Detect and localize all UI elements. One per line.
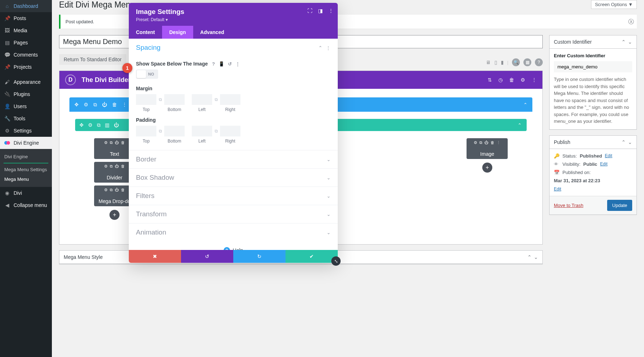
move-icon[interactable]: ✥ — [74, 102, 79, 107]
update-button[interactable]: Update — [607, 200, 632, 211]
device-tablet-icon[interactable]: ▯ — [494, 59, 497, 65]
duplicate-icon[interactable]: ⧉ — [110, 140, 113, 145]
chevron-down-icon[interactable]: ⌄ — [327, 212, 331, 217]
link-icon[interactable]: ⧉ — [156, 126, 164, 136]
device-phone-icon[interactable]: ▮ — [501, 59, 504, 65]
trash-icon[interactable]: 🗑 — [121, 188, 125, 192]
sidebar-item-tools[interactable]: 🔧Tools — [0, 112, 52, 125]
power-icon[interactable]: ⏻ — [114, 122, 119, 128]
chevron-up-icon[interactable]: ⌃ — [527, 254, 532, 260]
submenu-item-current[interactable]: Mega Menu — [0, 174, 52, 184]
chevron-down-icon[interactable]: ⌄ — [628, 139, 632, 145]
tab-content[interactable]: Content — [129, 26, 162, 39]
dismiss-icon[interactable]: ⓧ — [628, 18, 634, 25]
gear-icon[interactable]: ⚙ — [474, 140, 477, 145]
trash-icon[interactable]: 🗑 — [121, 164, 125, 169]
duplicate-icon[interactable]: ⧉ — [479, 140, 482, 145]
sidebar-item-comments[interactable]: 💬Comments — [0, 49, 52, 61]
section-spacing-header[interactable]: Spacing ⌃ ⋮ — [136, 39, 331, 57]
modal-redo-button[interactable]: ↻ — [233, 250, 286, 263]
save-button[interactable]: ✔ — [286, 250, 338, 263]
trash-icon[interactable]: 🗑 — [112, 102, 117, 107]
power-icon[interactable]: ⏻ — [102, 102, 107, 107]
submenu-item[interactable]: Divi Engine — [0, 152, 52, 161]
kebab-icon[interactable]: ⋮ — [235, 61, 240, 67]
add-module-button[interactable]: + — [109, 210, 119, 220]
power-icon[interactable]: ⏻ — [484, 140, 488, 145]
sidebar-item-pages[interactable]: ▤Pages — [0, 37, 52, 49]
zoom-icon[interactable]: 🔍 — [512, 58, 520, 66]
preset-selector[interactable]: Preset: Default ▾ — [136, 17, 331, 22]
move-to-trash-link[interactable]: Move to Trash — [554, 203, 583, 208]
sidebar-item-divi-engine[interactable]: Divi Engine — [0, 137, 52, 149]
kebab-icon[interactable]: ⋮ — [328, 8, 333, 14]
edit-status-link[interactable]: Edit — [605, 153, 613, 158]
chevron-down-icon[interactable]: ⌄ — [327, 175, 331, 180]
clock-icon[interactable]: ◷ — [498, 77, 503, 83]
margin-right-input[interactable] — [220, 94, 240, 105]
padding-right-input[interactable] — [220, 126, 240, 136]
trash-icon[interactable]: 🗑 — [491, 140, 494, 145]
device-phone-icon[interactable]: 📱 — [219, 61, 224, 67]
device-desktop-icon[interactable]: 🖥 — [486, 59, 491, 65]
edit-visibility-link[interactable]: Edit — [600, 161, 608, 167]
submenu-item[interactable]: Mega Menu Settings — [0, 165, 52, 174]
sidebar-item-media[interactable]: 🖼Media — [0, 24, 52, 37]
duplicate-icon[interactable]: ⧉ — [93, 102, 97, 108]
duplicate-icon[interactable]: ⧉ — [110, 188, 113, 192]
margin-left-input[interactable] — [192, 94, 212, 105]
sidebar-item-divi[interactable]: ◉Divi — [0, 187, 52, 199]
help-icon[interactable]: ? — [212, 61, 215, 67]
power-icon[interactable]: ⏻ — [115, 188, 119, 192]
add-module-button[interactable]: + — [482, 163, 492, 173]
section-boxshadow-header[interactable]: Box Shadow⌄ — [136, 169, 331, 187]
modal-undo-button[interactable]: ↺ — [181, 250, 233, 263]
columns-icon[interactable]: ▥ — [105, 122, 109, 128]
section-filters-header[interactable]: Filters⌄ — [136, 187, 331, 205]
show-space-toggle[interactable]: NO — [136, 69, 158, 79]
move-icon[interactable]: ✥ — [79, 122, 84, 128]
power-icon[interactable]: ⏻ — [115, 164, 119, 169]
sort-icon[interactable]: ⇅ — [488, 77, 492, 83]
tab-design[interactable]: Design — [162, 26, 193, 39]
gear-icon[interactable]: ⚙ — [104, 164, 108, 169]
gear-icon[interactable]: ⚙ — [521, 77, 525, 83]
trash-icon[interactable]: 🗑 — [121, 140, 125, 145]
duplicate-icon[interactable]: ⧉ — [97, 122, 101, 128]
link-icon[interactable]: ⧉ — [156, 94, 164, 105]
gear-icon[interactable]: ⚙ — [88, 122, 93, 128]
sidebar-item-settings[interactable]: ⚙Settings — [0, 125, 52, 137]
link-icon[interactable]: ⧉ — [212, 94, 220, 105]
sidebar-item-projects[interactable]: 📌Projects — [0, 61, 52, 73]
modal-header[interactable]: Image Settings Preset: Default ▾ ⛶ ◨ ⋮ — [129, 3, 338, 26]
padding-left-input[interactable] — [192, 126, 212, 136]
chevron-up-icon[interactable]: ⌃ — [318, 45, 322, 50]
edit-date-link[interactable]: Edit — [554, 187, 561, 192]
sidebar-item-users[interactable]: 👤Users — [0, 100, 52, 112]
kebab-icon[interactable]: ⋮ — [532, 77, 537, 83]
sidebar-item-appearance[interactable]: 🖌Appearance — [0, 76, 52, 88]
gear-icon[interactable]: ⚙ — [104, 188, 108, 192]
kebab-icon[interactable]: ⋮ — [497, 140, 501, 145]
sidebar-item-dashboard[interactable]: ⌂Dashboard — [0, 0, 52, 12]
snap-icon[interactable]: ◨ — [318, 8, 323, 14]
cancel-button[interactable]: ✖ — [129, 250, 181, 263]
return-to-standard-editor-button[interactable]: Return To Standard Editor — [59, 54, 126, 65]
sidebar-item-posts[interactable]: 📌Posts — [0, 12, 52, 24]
chevron-down-icon[interactable]: ⌄ — [327, 193, 331, 199]
section-border-header[interactable]: Border⌄ — [136, 150, 331, 168]
module-image[interactable]: ⚙⧉⏻🗑⋮ Image — [467, 138, 508, 159]
chevron-down-icon[interactable]: ⌄ — [534, 254, 538, 260]
kebab-icon[interactable]: ⋮ — [122, 102, 127, 107]
chevron-up-icon[interactable]: ⌃ — [523, 102, 527, 107]
chevron-up-icon[interactable]: ⌃ — [518, 122, 522, 128]
chevron-down-icon[interactable]: ⌄ — [327, 157, 331, 162]
trash-icon[interactable]: 🗑 — [509, 77, 514, 83]
duplicate-icon[interactable]: ⧉ — [110, 164, 113, 169]
chevron-up-icon[interactable]: ⌃ — [621, 39, 626, 45]
section-animation-header[interactable]: Animation⌄ — [136, 223, 331, 241]
link-icon[interactable]: ⧉ — [212, 126, 220, 136]
kebab-icon[interactable]: ⋮ — [326, 45, 331, 50]
grid-icon[interactable]: ▦ — [523, 58, 531, 66]
custom-identifier-input[interactable] — [554, 61, 632, 72]
